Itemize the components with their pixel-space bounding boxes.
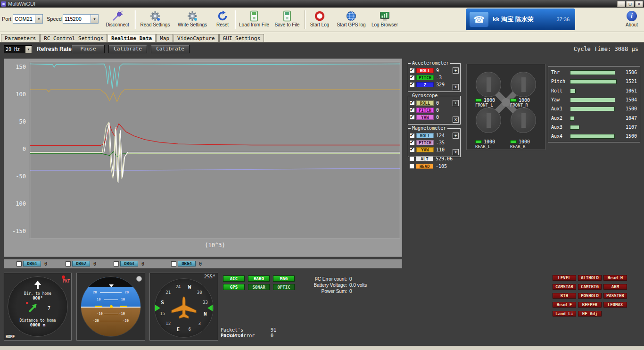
debug-checkbox[interactable] xyxy=(114,261,119,267)
tab-parameters[interactable]: Parameters xyxy=(1,34,40,42)
motor-name: FRONT_R xyxy=(510,103,541,108)
rc-channel-value: 1521 xyxy=(626,79,637,84)
sensor-group-gyroscope: GyroscopeROLL0PITCH0YAW0+x xyxy=(408,96,461,125)
packet-row: Packet's received91 xyxy=(221,327,276,333)
scale-x-button[interactable]: x xyxy=(453,117,459,123)
sensor-row: PITCH-3 xyxy=(410,75,442,81)
sensor-checkbox[interactable] xyxy=(409,164,414,169)
rc-channels-panel: Thr1506Pitch1521Roll1061Yaw1504Aux11500A… xyxy=(548,66,640,142)
rc-channel-row: Aux11500 xyxy=(548,105,640,113)
sensor-value: 124 xyxy=(436,133,445,138)
read-settings-button[interactable]: Read Settings xyxy=(138,9,173,31)
sensor-checkbox[interactable] xyxy=(409,156,414,161)
debug-label-chip: DBG3 xyxy=(120,261,138,267)
pitch-label: 20 xyxy=(93,291,97,294)
sensor-flag-mag: MAG xyxy=(273,275,295,282)
gauge-dial: Dir. to home 000° 7 Distance to home 000… xyxy=(8,276,68,337)
port-combobox[interactable]: COM21 ▼ xyxy=(13,14,43,24)
tab-rc-control-settings[interactable]: RC Control Settings xyxy=(40,34,107,42)
sensor-checkbox[interactable] xyxy=(410,133,415,138)
chevron-down-icon[interactable]: ▼ xyxy=(25,46,32,53)
rc-channel-label: Yaw xyxy=(551,97,560,102)
sensor-checkbox[interactable] xyxy=(410,68,415,73)
chart-monitor-icon xyxy=(379,9,390,22)
series-mag-pitch-lavender xyxy=(30,169,400,171)
refresh-rate-label: Refresh Rate xyxy=(37,46,72,52)
motor-value: 1000 xyxy=(519,98,530,103)
gear-icon xyxy=(149,9,161,22)
record-icon xyxy=(314,9,325,22)
scale-plus-button[interactable]: + xyxy=(453,100,459,106)
save-file-icon xyxy=(281,9,293,22)
sensor-group-accelerometer: AccelerometerROLL9PITCH-3Z329+x xyxy=(408,63,461,92)
tab-realtime-data[interactable]: Realtime Data xyxy=(107,34,156,42)
sensor-value: 9 xyxy=(436,68,439,73)
window-title: MultiWiiGUI xyxy=(8,1,616,7)
speed-combobox[interactable]: 115200 ▼ xyxy=(63,14,99,24)
maximize-button[interactable]: □ xyxy=(626,1,634,7)
sensor-label-chip: PITCH xyxy=(416,75,434,80)
series-mag-z-cyan xyxy=(30,64,400,89)
start-gps-log-button[interactable]: Start GPS log xyxy=(335,9,368,31)
adjust-knob[interactable] xyxy=(136,276,142,282)
debug-checkbox[interactable] xyxy=(66,261,71,267)
compass-gauge: 255° N36E1215S2124W3033 xyxy=(149,273,218,341)
calibrate-acc-button[interactable]: Calibrate xyxy=(108,45,147,53)
reset-button[interactable]: Reset xyxy=(212,9,233,31)
status-bar xyxy=(0,346,644,350)
debug-checkbox[interactable] xyxy=(17,261,22,267)
compass-label-15: 15 xyxy=(160,311,165,316)
y-axis-tick: -100 xyxy=(4,200,26,207)
save-to-file-button[interactable]: Save to File xyxy=(272,9,302,31)
log-browser-button[interactable]: Log Browser xyxy=(370,9,400,31)
pause-button[interactable]: Pause xyxy=(72,45,105,53)
sensor-checkbox[interactable] xyxy=(410,82,415,87)
about-button[interactable]: i About xyxy=(621,9,642,31)
motor-front-right xyxy=(511,72,536,97)
calibrate-mag-button[interactable]: Calibrate xyxy=(151,45,190,53)
flight-mode-box: ALTHOLD xyxy=(578,275,602,281)
scale-plus-button[interactable]: + xyxy=(453,133,459,139)
packet-row: Packet error0 xyxy=(221,333,276,339)
debug-checkbox[interactable] xyxy=(171,261,176,267)
tab-map[interactable]: Map xyxy=(156,34,173,42)
load-from-file-button[interactable]: Load from File xyxy=(238,9,271,31)
chevron-down-icon[interactable]: ▼ xyxy=(91,15,98,23)
alt-head-rows: ALT529.06HEAD-105 xyxy=(409,155,462,170)
sensor-checkbox[interactable] xyxy=(410,147,415,152)
tab-gui-settings[interactable]: GUI Settings xyxy=(219,34,264,42)
minimize-button[interactable]: _ xyxy=(617,1,625,7)
close-button[interactable]: × xyxy=(635,1,643,7)
disconnect-button[interactable]: Disconnect xyxy=(103,9,132,31)
packet-label: Packet's received xyxy=(221,327,269,333)
flight-mode-box: LEDMAX xyxy=(603,302,627,308)
series-mag-roll-tan xyxy=(30,90,400,102)
dir-to-home-value: 000° xyxy=(8,296,67,300)
scale-plus-button[interactable]: + xyxy=(453,67,459,74)
pitch-line: 2020 xyxy=(100,292,122,293)
start-log-button[interactable]: Start Log xyxy=(306,9,333,31)
tab-videocapture[interactable]: VideoCapture xyxy=(173,34,218,42)
scale-x-button[interactable]: x xyxy=(453,84,459,90)
sensor-checkbox[interactable] xyxy=(410,100,415,106)
sensor-checkbox[interactable] xyxy=(410,75,415,80)
motor-label: 1000 REAR_L xyxy=(475,139,506,149)
chevron-down-icon[interactable]: ▼ xyxy=(35,15,42,23)
packet-readouts: Packet's received91Packet error0 xyxy=(221,327,276,339)
status-row: Power Sum:0 xyxy=(300,288,367,294)
flight-mode-box: BEEPER xyxy=(578,302,602,308)
compass-label-33: 33 xyxy=(203,300,208,305)
attitude-marker xyxy=(120,306,127,307)
write-settings-button[interactable]: Write Settings xyxy=(174,9,210,31)
sensor-checkbox[interactable] xyxy=(410,140,415,145)
sensor-checkbox[interactable] xyxy=(410,108,415,113)
packet-indicator-label: PKT xyxy=(63,279,70,283)
motor-label: 1000 REAR_R xyxy=(510,139,541,149)
quad-motor-display: 1000 FRONT_L 1000 FRONT_R 1000 REAR_L 10… xyxy=(466,64,545,150)
refresh-rate-combobox[interactable]: 20 Hz ▼ xyxy=(4,45,32,53)
sensor-checkbox[interactable] xyxy=(410,115,415,120)
sensor-label-chip: PITCH xyxy=(416,108,434,113)
pitch-line: -20-20 xyxy=(100,321,122,321)
sensor-label-chip: HEAD xyxy=(416,164,433,169)
motor-rear-right xyxy=(511,108,536,133)
